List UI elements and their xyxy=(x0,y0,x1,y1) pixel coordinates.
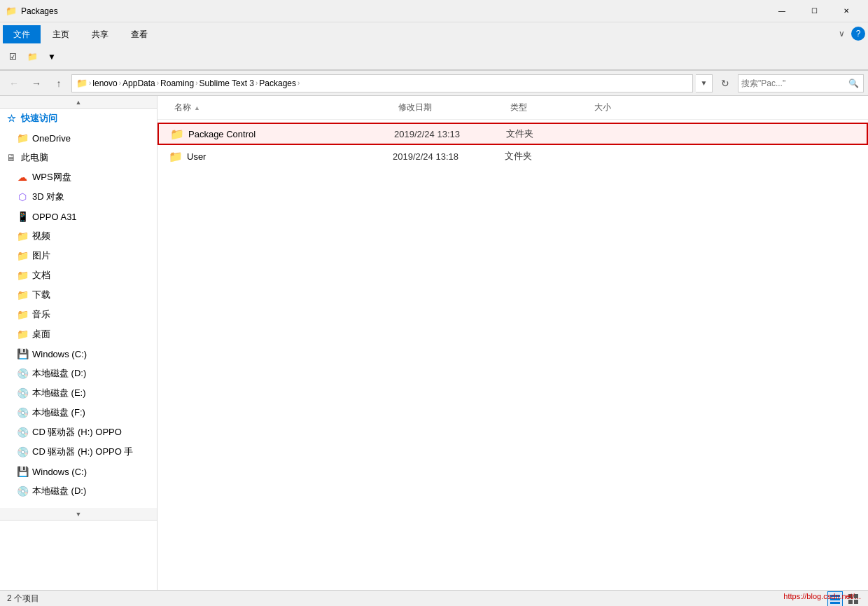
onedrive-icon: 📁 xyxy=(17,132,28,144)
watermark: https://blog.csdn.net/... xyxy=(783,592,861,600)
status-bar: 2 个项目 xyxy=(0,590,868,606)
oppo-icon: 📱 xyxy=(17,211,28,222)
sidebar-item-disk-f[interactable]: 💿 本地磁盘 (F:) xyxy=(0,403,157,422)
desktop-icon: 📁 xyxy=(17,329,28,340)
sidebar: ▲ ☆ 快速访问 📁 OneDrive 🖥 此电脑 ☁ WPS网盘 ⬡ 3D 对… xyxy=(0,96,158,590)
breadcrumb-sublimetext3[interactable]: Sublime Text 3 xyxy=(199,78,254,88)
picture-icon: 📁 xyxy=(17,250,28,261)
toolbar-folder-icon[interactable]: 📁 xyxy=(24,48,41,65)
cd-h-oppo-icon: 💿 xyxy=(17,427,28,438)
sidebar-item-disk-e[interactable]: 💿 本地磁盘 (E:) xyxy=(0,383,157,403)
toolbar-checkbox-icon[interactable]: ☑ xyxy=(4,48,21,65)
music-icon: 📁 xyxy=(17,309,28,320)
close-button[interactable]: ✕ xyxy=(830,0,862,22)
search-box: 🔍 xyxy=(738,74,864,92)
help-button[interactable]: ? xyxy=(851,27,865,41)
toolbar-dropdown-icon[interactable]: ▼ xyxy=(43,48,60,65)
refresh-button[interactable]: ↻ xyxy=(715,74,735,93)
search-icon[interactable]: 🔍 xyxy=(846,75,860,92)
col-header-date[interactable]: 修改日期 xyxy=(393,99,505,116)
col-header-name[interactable]: 名称 ▲ xyxy=(169,99,393,116)
item-count: 2 个项目 xyxy=(7,593,39,605)
tab-view[interactable]: 查看 xyxy=(120,25,158,43)
disk-d-icon: 💿 xyxy=(17,368,28,379)
file-list: 📁 Package Control 2019/2/24 13:13 文件夹 📁 … xyxy=(158,120,868,590)
col-header-type[interactable]: 类型 xyxy=(505,99,589,116)
file-date-user: 2019/2/24 13:18 xyxy=(393,151,505,162)
folder-icon-package-control: 📁 xyxy=(170,128,184,141)
maximize-button[interactable]: ☐ xyxy=(798,0,830,22)
file-name-user: 📁 User xyxy=(169,150,393,163)
forward-button[interactable]: → xyxy=(27,74,46,93)
tab-share[interactable]: 共享 xyxy=(81,25,119,43)
sidebar-item-win-c[interactable]: 💾 Windows (C:) xyxy=(0,344,157,364)
pc-icon: 🖥 xyxy=(6,152,17,163)
file-type-user: 文件夹 xyxy=(505,150,589,163)
cd-h-oppo2-icon: 💿 xyxy=(17,446,28,457)
breadcrumb-appdata[interactable]: AppData xyxy=(122,78,155,88)
content-area: 名称 ▲ 修改日期 类型 大小 📁 Package Control xyxy=(158,96,868,590)
disk-e-icon: 💿 xyxy=(17,387,28,399)
ribbon-toolbar: ☑ 📁 ▼ xyxy=(0,43,868,70)
minimize-button[interactable]: — xyxy=(766,0,798,22)
sidebar-item-desktop[interactable]: 📁 桌面 xyxy=(0,324,157,344)
sidebar-item-disk-d2[interactable]: 💿 本地磁盘 (D:) xyxy=(0,481,157,501)
sidebar-item-win-c2[interactable]: 💾 Windows (C:) xyxy=(0,462,157,481)
breadcrumb-roaming[interactable]: Roaming xyxy=(160,78,194,88)
sidebar-scroll-down[interactable]: ▼ xyxy=(0,508,157,521)
sort-arrow-name: ▲ xyxy=(194,104,200,111)
address-bar: ← → ↑ 📁 › lenovo › AppData › Roaming › S… xyxy=(0,71,868,96)
title-bar-buttons: — ☐ ✕ xyxy=(766,0,862,22)
sidebar-item-thispc[interactable]: 🖥 此电脑 xyxy=(0,148,157,167)
title-bar: 📁 Packages — ☐ ✕ xyxy=(0,0,868,22)
3d-icon: ⬡ xyxy=(17,191,28,202)
sidebar-scroll-up[interactable]: ▲ xyxy=(0,96,157,109)
file-date-package-control: 2019/2/24 13:13 xyxy=(394,129,506,139)
window-title: Packages xyxy=(21,6,766,16)
main-layout: ▲ ☆ 快速访问 📁 OneDrive 🖥 此电脑 ☁ WPS网盘 ⬡ 3D 对… xyxy=(0,96,868,590)
doc-icon: 📁 xyxy=(17,270,28,281)
ribbon-collapse-button[interactable]: ∨ xyxy=(834,27,848,41)
back-button[interactable]: ← xyxy=(4,74,24,93)
quickaccess-icon: ☆ xyxy=(6,113,17,124)
sidebar-item-3d[interactable]: ⬡ 3D 对象 xyxy=(0,187,157,207)
sidebar-item-onedrive[interactable]: 📁 OneDrive xyxy=(0,128,157,148)
file-row-package-control[interactable]: 📁 Package Control 2019/2/24 13:13 文件夹 xyxy=(158,123,868,145)
sidebar-item-download[interactable]: 📁 下载 xyxy=(0,285,157,305)
search-input[interactable] xyxy=(741,78,846,88)
breadcrumb-packages[interactable]: Packages xyxy=(259,78,296,88)
col-header-size[interactable]: 大小 xyxy=(589,99,659,116)
tab-home[interactable]: 主页 xyxy=(42,25,80,43)
sidebar-item-picture[interactable]: 📁 图片 xyxy=(0,246,157,266)
window-icon: 📁 xyxy=(6,6,17,17)
column-headers: 名称 ▲ 修改日期 类型 大小 xyxy=(158,96,868,120)
win-c2-icon: 💾 xyxy=(17,466,28,477)
disk-f-icon: 💿 xyxy=(17,407,28,418)
breadcrumb-lenovo[interactable]: lenovo xyxy=(92,78,117,88)
up-button[interactable]: ↑ xyxy=(49,74,69,93)
sidebar-item-disk-d[interactable]: 💿 本地磁盘 (D:) xyxy=(0,364,157,383)
download-icon: 📁 xyxy=(17,289,28,301)
file-name-package-control: 📁 Package Control xyxy=(170,128,394,141)
sidebar-item-cd-h-oppo[interactable]: 💿 CD 驱动器 (H:) OPPO xyxy=(0,422,157,442)
sidebar-item-cd-h-oppo2[interactable]: 💿 CD 驱动器 (H:) OPPO 手 xyxy=(0,442,157,462)
ribbon-tabs: 文件 主页 共享 查看 ∨ ? xyxy=(0,22,868,43)
ribbon: 文件 主页 共享 查看 ∨ ? ☑ 📁 ▼ xyxy=(0,22,868,71)
file-row-user[interactable]: 📁 User 2019/2/24 13:18 文件夹 xyxy=(158,145,868,167)
sidebar-item-quickaccess[interactable]: ☆ 快速访问 xyxy=(0,109,157,128)
svg-rect-2 xyxy=(830,602,840,604)
tab-file[interactable]: 文件 xyxy=(3,25,41,43)
win-c-icon: 💾 xyxy=(17,348,28,359)
video-icon: 📁 xyxy=(17,230,28,242)
sidebar-item-wps[interactable]: ☁ WPS网盘 xyxy=(0,167,157,187)
sidebar-item-music[interactable]: 📁 音乐 xyxy=(0,305,157,324)
sidebar-item-doc[interactable]: 📁 文档 xyxy=(0,266,157,285)
disk-d2-icon: 💿 xyxy=(17,486,28,497)
sidebar-item-video[interactable]: 📁 视频 xyxy=(0,226,157,246)
file-type-package-control: 文件夹 xyxy=(506,128,590,140)
address-dropdown-button[interactable]: ▼ xyxy=(696,74,713,92)
wps-icon: ☁ xyxy=(17,172,28,183)
breadcrumb-bar: 📁 › lenovo › AppData › Roaming › Sublime… xyxy=(71,74,693,92)
folder-icon-user: 📁 xyxy=(169,150,183,163)
sidebar-item-oppo[interactable]: 📱 OPPO A31 xyxy=(0,207,157,226)
